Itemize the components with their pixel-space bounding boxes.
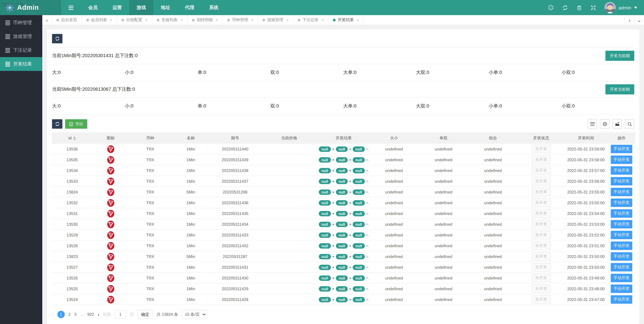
tabs-menu-button[interactable]: ⌄ bbox=[634, 15, 644, 25]
page-size-select[interactable]: 15 条/页 bbox=[182, 310, 207, 319]
manual-draw-button[interactable]: 手动开奖 bbox=[611, 145, 632, 153]
nav-item-3[interactable]: 游戏 bbox=[129, 0, 153, 15]
cell-coin: TRX bbox=[129, 176, 171, 187]
manual-draw-button[interactable]: 手动开奖 bbox=[611, 166, 632, 175]
tab-close-icon[interactable]: × bbox=[322, 18, 324, 22]
cell-parity: undefined bbox=[419, 294, 468, 305]
tab-7[interactable]: 游戏管理× bbox=[258, 15, 293, 25]
tab-close-icon[interactable]: × bbox=[110, 18, 112, 22]
tab-close-icon[interactable]: × bbox=[180, 18, 183, 22]
manual-draw-button[interactable]: 手动开奖 bbox=[611, 263, 632, 271]
panel-refresh-button[interactable] bbox=[52, 34, 62, 43]
manual-draw-button[interactable]: 手动开奖 bbox=[611, 295, 632, 304]
goto-page-label: 到第 bbox=[103, 311, 111, 317]
manual-draw-button[interactable]: 手动开奖 bbox=[611, 199, 632, 207]
clear-cache-button[interactable] bbox=[576, 5, 582, 11]
sort-icon[interactable] bbox=[73, 136, 76, 140]
cell-combo: undefined bbox=[468, 144, 518, 154]
tab-close-icon[interactable]: × bbox=[145, 18, 148, 22]
theme-button[interactable] bbox=[548, 5, 554, 11]
tab-close-icon[interactable]: × bbox=[216, 18, 218, 22]
nav-item-5[interactable]: 代理 bbox=[178, 0, 202, 15]
sidebar-item-3[interactable]: 下注记录 bbox=[0, 43, 42, 57]
manual-draw-button[interactable]: 手动开奖 bbox=[611, 274, 632, 282]
cell-parity: undefined bbox=[419, 165, 468, 176]
cell-icon bbox=[92, 144, 129, 154]
page-prev-button[interactable]: ‹ bbox=[52, 312, 54, 317]
page-number-3[interactable]: 3 bbox=[74, 312, 76, 317]
draw-current-issue-button[interactable]: 开奖当前期 bbox=[606, 51, 634, 61]
sidebar-item-2[interactable]: 游戏管理 bbox=[0, 30, 42, 43]
tabs-scroll-right-button[interactable]: › bbox=[624, 15, 634, 25]
cell-name: 5Min bbox=[171, 251, 210, 262]
manual-draw-button[interactable]: 手动开奖 bbox=[611, 252, 632, 261]
refresh-page-button[interactable] bbox=[562, 5, 568, 11]
nav-item-1[interactable]: 会员 bbox=[81, 0, 105, 15]
page-next-button[interactable]: › bbox=[98, 312, 99, 317]
cell-parity: undefined bbox=[419, 240, 468, 251]
tab-1[interactable]: 后台首页 bbox=[52, 15, 82, 25]
goto-page-input[interactable] bbox=[115, 310, 126, 318]
manual-draw-button[interactable]: 手动开奖 bbox=[611, 241, 632, 250]
status-badge: 未开奖 bbox=[532, 188, 550, 196]
manual-draw-button[interactable]: 手动开奖 bbox=[611, 284, 632, 293]
cell-combo: undefined bbox=[468, 208, 518, 219]
nav-item-4[interactable]: 地址 bbox=[153, 0, 178, 15]
table-row: 13526 TRX1Min202205311430null+null+null=… bbox=[52, 273, 635, 283]
manual-draw-button[interactable]: 手动开奖 bbox=[611, 209, 632, 218]
stat-value: 大双:0 bbox=[416, 103, 489, 109]
tab-6[interactable]: 币种管理× bbox=[223, 15, 258, 25]
fullscreen-button[interactable] bbox=[590, 5, 596, 11]
tab-close-icon[interactable]: × bbox=[251, 18, 253, 22]
cell-name: 1Min bbox=[171, 165, 210, 176]
search-button[interactable] bbox=[625, 119, 634, 129]
tab-3[interactable]: 分组配置× bbox=[117, 15, 152, 25]
manual-draw-button[interactable]: 手动开奖 bbox=[611, 231, 632, 239]
tab-close-icon[interactable]: × bbox=[286, 18, 288, 22]
print-button[interactable] bbox=[600, 119, 610, 129]
columns-filter-button[interactable] bbox=[588, 119, 597, 129]
tab-bar: ‹ 后台首页会员列表×分组配置×充值列表×划转明细×币种管理×游戏管理×下注记录… bbox=[42, 15, 644, 25]
goto-confirm-button[interactable]: 确定 bbox=[138, 310, 153, 319]
manual-draw-button[interactable]: 手动开奖 bbox=[611, 188, 632, 196]
export-button[interactable]: 导出 bbox=[65, 119, 87, 129]
tabs-scroll-left-button[interactable]: ‹ bbox=[42, 15, 52, 25]
tab-4[interactable]: 充值列表× bbox=[152, 15, 188, 25]
page-number-1[interactable]: 1 bbox=[57, 311, 64, 318]
trx-coin-icon bbox=[107, 145, 114, 153]
tab-9[interactable]: 开奖结果× bbox=[328, 15, 364, 25]
collapse-menu-button[interactable] bbox=[61, 0, 81, 15]
trx-coin-icon bbox=[107, 220, 114, 228]
tab-5[interactable]: 划转明细× bbox=[188, 15, 223, 25]
cell-parity: undefined bbox=[419, 176, 468, 187]
nav-item-6[interactable]: 系统 bbox=[202, 0, 226, 15]
cell-parity: undefined bbox=[419, 154, 468, 165]
page-number-2[interactable]: 2 bbox=[68, 312, 70, 317]
table-refresh-button[interactable] bbox=[52, 119, 62, 129]
stat-value: 小单:0 bbox=[489, 70, 562, 76]
page-number-922[interactable]: 922 bbox=[87, 312, 94, 317]
tab-8[interactable]: 下注记录× bbox=[293, 15, 328, 25]
cell-result: null+null+null=... bbox=[318, 144, 369, 154]
column-header-11: 开奖状态 bbox=[518, 132, 564, 144]
draw-current-issue-button[interactable]: 开奖当前期 bbox=[606, 84, 634, 94]
sidebar-item-1[interactable]: 币种管理 bbox=[0, 16, 42, 30]
nav-item-2[interactable]: 运营 bbox=[105, 0, 129, 15]
export-data-button[interactable] bbox=[612, 119, 622, 129]
manual-draw-button[interactable]: 手动开奖 bbox=[611, 156, 632, 164]
tab-close-icon[interactable]: × bbox=[357, 18, 359, 22]
tab-2[interactable]: 会员列表× bbox=[82, 15, 117, 25]
issue-stats-row-1: 大:0小:0单:0双:0大单:0大双:0小单:0小双:0 bbox=[52, 64, 634, 81]
status-badge: 未开奖 bbox=[532, 209, 550, 218]
cell-status: 未开奖 bbox=[518, 219, 564, 230]
user-menu[interactable]: admin bbox=[604, 2, 637, 13]
stat-value: 双:0 bbox=[270, 103, 343, 109]
result-badge: null bbox=[336, 221, 348, 227]
sidebar-item-4[interactable]: 开奖结果 bbox=[0, 57, 42, 71]
manual-draw-button[interactable]: 手动开奖 bbox=[611, 220, 632, 228]
status-badge: 未开奖 bbox=[532, 220, 550, 228]
column-header-1[interactable]: id bbox=[52, 132, 92, 144]
manual-draw-button[interactable]: 手动开奖 bbox=[611, 177, 632, 185]
tab-dot-icon bbox=[86, 19, 89, 21]
cell-parity: undefined bbox=[419, 251, 468, 262]
